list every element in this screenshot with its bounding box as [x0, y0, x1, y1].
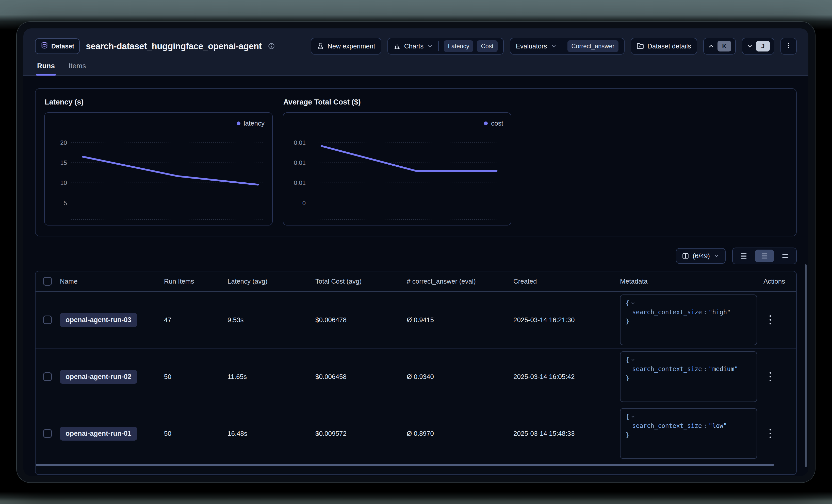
select-all-checkbox[interactable]: [43, 277, 52, 286]
table-header-row: Name Run Items Latency (avg) Total Cost …: [35, 272, 796, 292]
cost-chart-card: 0.010.010.010 cost: [283, 112, 511, 225]
json-open-brace: {: [626, 355, 629, 364]
column-header-name: Name: [60, 278, 164, 285]
total-cost-cell: $0.009572: [315, 430, 407, 438]
svg-text:0.01: 0.01: [294, 139, 306, 146]
chevron-up-icon: [708, 43, 714, 50]
evaluators-button[interactable]: Evaluators Correct_answer: [510, 38, 625, 55]
latency-cell: 9.53s: [228, 316, 315, 324]
json-open-brace: {: [626, 299, 629, 308]
row-checkbox[interactable]: [43, 315, 52, 324]
page-title: search-dataset_huggingface_openai-agent: [86, 41, 261, 51]
tab-runs[interactable]: Runs: [36, 60, 56, 75]
row-checkbox[interactable]: [43, 372, 52, 381]
chart-chip-cost[interactable]: Cost: [477, 40, 497, 52]
table-row[interactable]: openai-agent-run-01 50 16.48s $0.009572 …: [35, 405, 796, 462]
dataset-details-label: Dataset details: [647, 43, 691, 50]
latency-chart-card: 2015105 latency: [44, 112, 273, 225]
chevron-down-icon: [713, 253, 720, 259]
row-height-medium-option[interactable]: [755, 250, 774, 262]
latency-cell: 11.65s: [228, 373, 315, 381]
dataset-details-button[interactable]: Dataset details: [631, 38, 697, 55]
tab-bar: Runs Items: [35, 60, 797, 75]
column-count-label: (6/49): [693, 252, 710, 260]
json-open-brace: {: [626, 412, 629, 421]
next-run-button[interactable]: J: [742, 38, 774, 55]
dataset-badge: Dataset: [35, 38, 80, 54]
column-header-metadata: Metadata: [620, 278, 763, 285]
json-collapse-chevron-icon[interactable]: [631, 415, 635, 419]
json-value: "medium": [709, 364, 738, 374]
bar-chart-icon: [393, 43, 401, 50]
tab-items[interactable]: Items: [68, 60, 87, 75]
latency-chart: 2015105: [45, 113, 272, 225]
previous-run-button[interactable]: K: [703, 38, 736, 55]
new-experiment-button[interactable]: New experiment: [311, 38, 381, 55]
evaluators-label: Evaluators: [516, 43, 547, 50]
created-cell: 2025-03-14 15:48:33: [513, 430, 620, 438]
run-items-cell: 50: [164, 373, 228, 381]
table-row[interactable]: openai-agent-run-02 50 11.65s $0.006458 …: [35, 348, 796, 405]
kebab-icon: [785, 42, 792, 51]
json-key: search_context_size: [632, 308, 702, 317]
main-content: Latency (s) 2015105 latency Average Tota…: [23, 76, 808, 476]
chart-chip-latency[interactable]: Latency: [444, 40, 473, 52]
info-icon[interactable]: [268, 43, 275, 50]
svg-text:0: 0: [303, 200, 306, 206]
latency-chart-block: Latency (s) 2015105 latency: [44, 97, 273, 225]
table-row[interactable]: openai-agent-run-03 47 9.53s $0.006478 Ø…: [35, 292, 796, 348]
runs-table: Name Run Items Latency (avg) Total Cost …: [35, 271, 797, 475]
json-collapse-chevron-icon[interactable]: [631, 301, 635, 305]
row-actions-kebab[interactable]: [763, 315, 777, 325]
legend-label: latency: [244, 119, 264, 127]
chevron-down-icon: [551, 43, 557, 49]
button-divider: [438, 41, 439, 51]
columns-icon: [682, 252, 689, 259]
row-actions-kebab[interactable]: [763, 429, 777, 438]
button-divider: [562, 41, 562, 51]
json-key: search_context_size: [632, 364, 702, 374]
svg-text:20: 20: [60, 139, 67, 146]
legend-label: cost: [491, 119, 503, 127]
column-visibility-button[interactable]: (6/49): [676, 248, 726, 264]
created-cell: 2025-03-14 16:21:30: [513, 316, 620, 324]
json-collapse-chevron-icon[interactable]: [631, 358, 635, 362]
folder-icon: [637, 43, 644, 50]
vertical-scrollbar-thumb[interactable]: [805, 264, 807, 467]
legend-dot-icon: [484, 121, 488, 125]
json-close-brace: }: [626, 374, 629, 383]
header-more-actions-button[interactable]: [780, 38, 797, 55]
charts-button[interactable]: Charts Latency Cost: [387, 38, 504, 55]
svg-text:15: 15: [60, 159, 67, 166]
row-checkbox[interactable]: [43, 429, 52, 438]
dataset-badge-label: Dataset: [51, 43, 74, 50]
row-height-compact-option[interactable]: [734, 250, 753, 262]
column-header-correct-answer: # correct_answer (eval): [407, 278, 513, 285]
horizontal-scrollbar-thumb[interactable]: [36, 464, 774, 466]
row-height-tall-option[interactable]: [776, 250, 795, 262]
horizontal-scrollbar: [35, 463, 796, 467]
json-close-brace: }: [626, 430, 629, 440]
svg-text:0.01: 0.01: [294, 179, 306, 187]
latency-cell: 16.48s: [228, 430, 315, 438]
charts-label: Charts: [404, 43, 424, 50]
column-header-latency: Latency (avg): [228, 278, 315, 285]
row-actions-kebab[interactable]: [763, 372, 777, 381]
correct-answer-cell: Ø 0.9340: [407, 373, 513, 381]
chevron-down-icon: [747, 43, 753, 50]
metadata-json-viewer: { search_context_size: "high" }: [620, 295, 757, 345]
json-value: "low": [709, 421, 727, 430]
cost-chart: 0.010.010.010: [283, 113, 511, 225]
svg-text:10: 10: [60, 179, 67, 187]
run-name-pill[interactable]: openai-agent-run-03: [60, 313, 137, 327]
keyboard-shortcut-k: K: [718, 41, 731, 52]
run-name-pill[interactable]: openai-agent-run-01: [60, 427, 137, 441]
evaluator-chip-correct-answer[interactable]: Correct_answer: [568, 40, 619, 52]
column-header-total-cost: Total Cost (avg): [315, 278, 407, 285]
json-key: search_context_size: [632, 421, 702, 430]
run-name-pill[interactable]: openai-agent-run-02: [60, 370, 137, 384]
row-height-toggle: [732, 248, 797, 264]
new-experiment-label: New experiment: [328, 43, 375, 50]
legend-dot-icon: [237, 121, 240, 125]
created-cell: 2025-03-14 16:05:42: [513, 373, 620, 381]
